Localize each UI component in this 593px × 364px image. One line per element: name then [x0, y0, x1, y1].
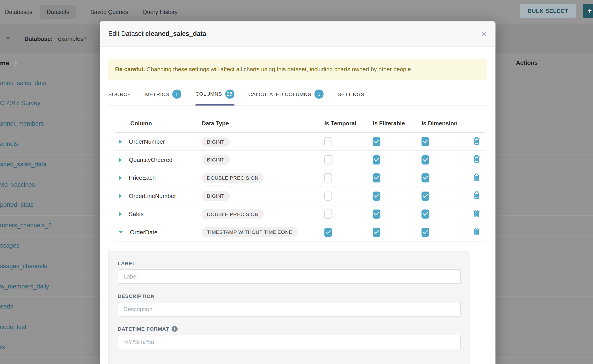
- data-type-pill: BIGINT: [202, 155, 230, 165]
- column-header-column: Column: [115, 120, 202, 127]
- tab-count-badge: 1: [172, 90, 181, 99]
- column-header-is-dimension: Is Dimension: [422, 120, 470, 127]
- is-temporal-checkbox-unchecked[interactable]: [324, 191, 332, 201]
- description-input[interactable]: [118, 302, 461, 316]
- is-dimension-checkbox-checked[interactable]: [422, 155, 429, 165]
- is-dimension-checkbox-checked[interactable]: [422, 228, 429, 237]
- column-row-OrderDate: OrderDateTIMESTAMP WITHOUT TIME ZONE: [115, 223, 485, 241]
- field-label: LABEL: [118, 260, 136, 266]
- filter-chevron-down-icon[interactable]: [6, 37, 10, 40]
- data-type-pill: TIMESTAMP WITHOUT TIME ZONE: [202, 227, 298, 237]
- is-filterable-checkbox-checked[interactable]: [373, 155, 381, 165]
- warning-banner-text: Changing these settings will affect all …: [146, 66, 413, 72]
- tab-count-badge: 0: [314, 90, 323, 99]
- column-row-OrderLineNumber: OrderLineNumberBIGINT: [115, 187, 485, 205]
- warning-banner-bold: Be careful.: [115, 66, 145, 72]
- tab-source[interactable]: SOURCE: [108, 90, 131, 105]
- column-header-data-type: Data Type: [202, 120, 324, 127]
- is-filterable-checkbox-checked[interactable]: [373, 228, 381, 237]
- column-name: OrderDate: [130, 229, 158, 236]
- tab-label: METRICS: [145, 91, 169, 97]
- modal-body: Be careful. Changing these settings will…: [100, 47, 495, 364]
- modal-title: Edit Dataset cleaned_sales_data: [108, 30, 206, 38]
- tab-calculated-columns[interactable]: CALCULATED COLUMNS0: [248, 90, 323, 105]
- warning-banner: Be careful. Changing these settings will…: [108, 59, 487, 80]
- is-temporal-checkbox-unchecked[interactable]: [324, 137, 332, 146]
- column-header-is-filterable: Is Filterable: [373, 120, 422, 127]
- column-name: Sales: [129, 211, 144, 217]
- is-dimension-checkbox-checked[interactable]: [422, 173, 429, 183]
- close-icon[interactable]: ✕: [481, 30, 487, 38]
- field-label: DATETIME FORMAT: [118, 326, 169, 332]
- is-filterable-checkbox-checked[interactable]: [373, 173, 381, 183]
- database-filter-chevron-down-icon[interactable]: [83, 37, 87, 40]
- collapse-caret-icon[interactable]: [119, 231, 123, 234]
- expand-caret-icon[interactable]: [119, 194, 122, 198]
- column-name: OrderNumber: [129, 138, 165, 145]
- tab-columns[interactable]: COLUMNS25: [195, 90, 234, 105]
- bulk-select-button[interactable]: BULK SELECT: [520, 4, 576, 18]
- expand-caret-icon[interactable]: [119, 140, 122, 144]
- actions-column-header: Actions: [516, 59, 538, 66]
- tab-settings[interactable]: SETTINGS: [338, 90, 364, 105]
- column-row-Sales: SalesDOUBLE PRECISION: [115, 205, 485, 223]
- tab-label: SETTINGS: [338, 91, 364, 97]
- tab-label: COLUMNS: [195, 91, 222, 97]
- modal-title-prefix: Edit Dataset: [108, 30, 144, 37]
- modal-header: Edit Dataset cleaned_sales_data ✕: [100, 21, 495, 47]
- delete-column-trash-icon[interactable]: [473, 228, 480, 237]
- app-root: Databases Datasets Saved Queries Query H…: [0, 0, 593, 364]
- column-row-OrderNumber: OrderNumberBIGINT: [115, 133, 485, 151]
- delete-column-trash-icon[interactable]: [473, 137, 480, 146]
- is-filterable-checkbox-checked[interactable]: [373, 137, 381, 146]
- expand-caret-icon[interactable]: [119, 158, 122, 162]
- name-column-header[interactable]: me: [0, 59, 9, 66]
- edit-dataset-modal: Edit Dataset cleaned_sales_data ✕ Be car…: [100, 21, 495, 364]
- tab-label: CALCULATED COLUMNS: [248, 91, 311, 97]
- nav-item-datasets[interactable]: Datasets: [40, 5, 76, 19]
- field-label: LABEL: [118, 260, 461, 284]
- expand-caret-icon[interactable]: [119, 212, 122, 216]
- column-detail-panel: LABELDESCRIPTIONDATETIME FORMATi: [108, 251, 470, 364]
- is-filterable-checkbox-checked[interactable]: [373, 209, 381, 219]
- data-type-pill: DOUBLE PRECISION: [202, 209, 264, 220]
- modal-title-dataset-name: cleaned_sales_data: [145, 30, 206, 37]
- is-temporal-checkbox-unchecked[interactable]: [324, 173, 332, 183]
- column-name: OrderLineNumber: [129, 193, 176, 199]
- column-row-PriceEach: PriceEachDOUBLE PRECISION: [115, 169, 485, 187]
- field-description: DESCRIPTION: [118, 293, 461, 316]
- delete-column-trash-icon[interactable]: [473, 155, 480, 165]
- nav-item-query-history[interactable]: Query History: [143, 9, 178, 15]
- is-filterable-checkbox-checked[interactable]: [373, 191, 381, 201]
- database-filter-label: Database:: [24, 35, 53, 42]
- data-type-pill: BIGINT: [202, 137, 230, 147]
- is-dimension-checkbox-checked[interactable]: [422, 209, 429, 219]
- info-icon[interactable]: i: [172, 326, 177, 332]
- is-dimension-checkbox-checked[interactable]: [422, 137, 429, 146]
- column-name: PriceEach: [129, 175, 156, 181]
- is-temporal-checkbox-unchecked[interactable]: [324, 209, 332, 219]
- sort-icon[interactable]: [14, 61, 18, 67]
- delete-column-trash-icon[interactable]: [473, 209, 480, 219]
- add-dataset-button[interactable]: +: [583, 4, 593, 18]
- column-row-QuantityOrdered: QuantityOrderedBIGINT: [115, 151, 485, 169]
- tab-metrics[interactable]: METRICS1: [145, 90, 181, 105]
- columns-table: Column Data Type Is Temporal Is Filterab…: [115, 115, 485, 241]
- data-type-pill: DOUBLE PRECISION: [202, 173, 264, 183]
- is-temporal-checkbox-checked[interactable]: [324, 228, 332, 237]
- delete-column-trash-icon[interactable]: [473, 173, 480, 183]
- data-type-pill: BIGINT: [202, 191, 230, 201]
- is-dimension-checkbox-checked[interactable]: [422, 191, 429, 201]
- field-datetime-format: DATETIME FORMATi: [118, 326, 461, 349]
- tab-label: SOURCE: [108, 91, 131, 97]
- datetime-format-input[interactable]: [118, 335, 461, 349]
- nav-item-databases[interactable]: Databases: [5, 9, 32, 15]
- tab-count-badge: 25: [225, 90, 234, 99]
- is-temporal-checkbox-unchecked[interactable]: [324, 155, 332, 165]
- columns-table-header: Column Data Type Is Temporal Is Filterab…: [115, 115, 485, 133]
- database-filter-value[interactable]: examples: [58, 35, 83, 42]
- label-input[interactable]: [118, 269, 461, 284]
- expand-caret-icon[interactable]: [119, 176, 122, 180]
- delete-column-trash-icon[interactable]: [473, 191, 480, 201]
- nav-item-saved-queries[interactable]: Saved Queries: [90, 9, 128, 15]
